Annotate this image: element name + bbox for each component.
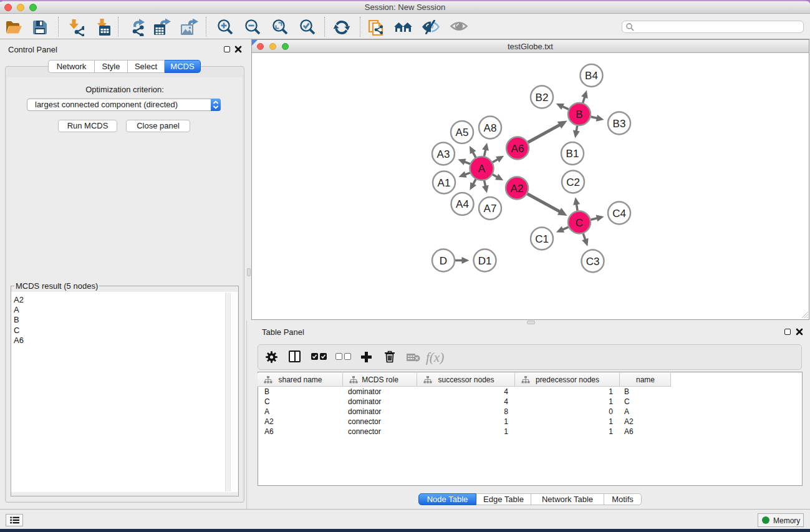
svg-text:A8: A8 [484, 122, 497, 134]
svg-text:B1: B1 [566, 148, 579, 160]
svg-text:C: C [576, 217, 583, 229]
svg-text:C2: C2 [566, 177, 580, 188]
svg-text:C4: C4 [612, 208, 626, 220]
svg-text:B2: B2 [536, 92, 549, 104]
svg-text:D1: D1 [478, 255, 492, 267]
svg-text:B: B [576, 109, 582, 120]
svg-text:A5: A5 [456, 127, 469, 138]
svg-text:B4: B4 [585, 70, 598, 82]
svg-text:B3: B3 [613, 118, 626, 130]
svg-text:A6: A6 [511, 143, 524, 155]
svg-text:C1: C1 [535, 233, 549, 245]
svg-text:A1: A1 [438, 177, 451, 189]
svg-text:A4: A4 [456, 198, 469, 210]
svg-text:A: A [478, 163, 486, 175]
svg-text:A3: A3 [437, 148, 450, 160]
svg-text:C3: C3 [586, 256, 600, 268]
svg-text:A7: A7 [484, 203, 497, 215]
svg-text:A2: A2 [511, 183, 524, 195]
svg-text:D: D [440, 255, 447, 267]
